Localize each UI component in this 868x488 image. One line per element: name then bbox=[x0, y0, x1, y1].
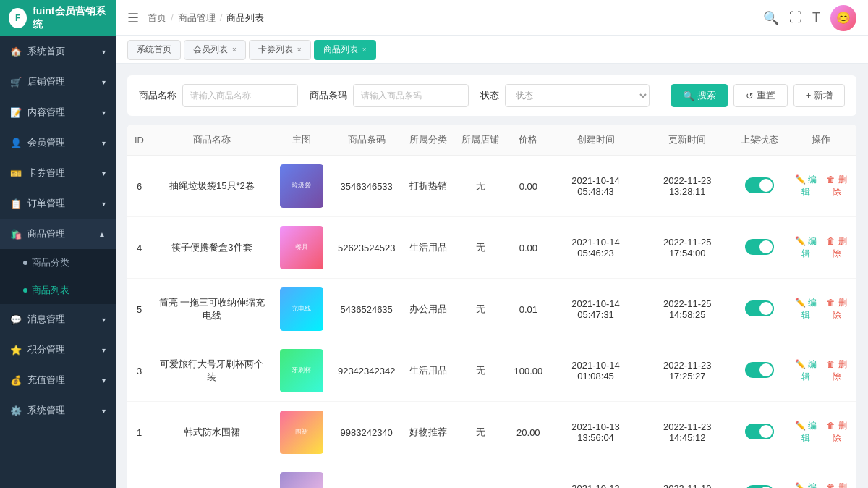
chevron-icon: ▾ bbox=[102, 407, 106, 415]
product-thumb-inner: 围裙 bbox=[280, 411, 323, 454]
chevron-icon: ▾ bbox=[102, 376, 106, 384]
sidebar-logo: F fuint会员营销系统 bbox=[0, 0, 116, 36]
sidebar-item-content[interactable]: 📝内容管理▾ bbox=[0, 97, 116, 127]
breadcrumb-sep-1: / bbox=[171, 12, 174, 23]
sidebar-item-points[interactable]: ⭐积分管理▾ bbox=[0, 335, 116, 365]
product-name-label: 商品名称 bbox=[139, 89, 176, 102]
cell-category: 好物推荐 bbox=[402, 402, 454, 463]
action-buttons: ✏️ 编辑 🗑 删除 bbox=[793, 235, 850, 260]
status-toggle[interactable] bbox=[745, 239, 774, 255]
status-toggle[interactable] bbox=[745, 424, 774, 439]
sidebar-item-system[interactable]: ⚙️系统管理▾ bbox=[0, 395, 116, 426]
tab-sys-home[interactable]: 系统首页 bbox=[127, 40, 181, 60]
menu-toggle-icon[interactable]: ☰ bbox=[127, 10, 139, 26]
delete-button[interactable]: 🗑 删除 bbox=[825, 481, 849, 488]
cell-shop: 无 bbox=[454, 402, 506, 463]
cell-shop: 无 bbox=[454, 340, 506, 402]
action-buttons: ✏️ 编辑 🗑 删除 bbox=[793, 297, 850, 321]
sidebar-item-order[interactable]: 📋订单管理▾ bbox=[0, 188, 116, 219]
sidebar-sub-item-product-category[interactable]: 商品分类 bbox=[0, 249, 116, 277]
product-code-input[interactable] bbox=[353, 84, 469, 107]
edit-button[interactable]: ✏️ 编辑 bbox=[793, 420, 820, 445]
sidebar-item-shop[interactable]: 🛒店铺管理▾ bbox=[0, 67, 116, 97]
status-toggle[interactable] bbox=[745, 300, 774, 316]
sidebar-item-coupon[interactable]: 🎫卡券管理▾ bbox=[0, 158, 116, 188]
avatar[interactable]: 😊 bbox=[830, 5, 856, 31]
breadcrumb: 首页 / 商品管理 / 商品列表 bbox=[148, 12, 264, 25]
font-icon[interactable]: T bbox=[812, 10, 820, 25]
fullscreen-icon[interactable]: ⛶ bbox=[789, 10, 802, 25]
edit-button[interactable]: ✏️ 编辑 bbox=[793, 235, 820, 260]
status-toggle[interactable] bbox=[745, 485, 774, 489]
sidebar-item-label: 系统管理 bbox=[27, 404, 65, 417]
delete-button[interactable]: 🗑 删除 bbox=[825, 297, 849, 321]
delete-button[interactable]: 🗑 删除 bbox=[825, 420, 849, 445]
col-header-价格: 价格 bbox=[506, 125, 550, 156]
col-header-商品条码: 商品条码 bbox=[331, 125, 403, 156]
edit-button[interactable]: ✏️ 编辑 bbox=[793, 358, 820, 383]
shop-icon: 🛒 bbox=[10, 77, 22, 88]
product-image: 充电线 bbox=[280, 287, 323, 331]
order-icon: 📋 bbox=[10, 198, 22, 209]
sidebar-item-member[interactable]: 👤会员管理▾ bbox=[0, 127, 116, 158]
sidebar-item-product[interactable]: 🛍️商品管理▲ bbox=[0, 219, 116, 249]
cell-status bbox=[733, 463, 786, 489]
search-icon[interactable]: 🔍 bbox=[763, 10, 779, 26]
sidebar-item-message[interactable]: 💬消息管理▾ bbox=[0, 304, 116, 335]
tab-close-icon[interactable]: × bbox=[297, 46, 302, 54]
edit-button[interactable]: ✏️ 编辑 bbox=[793, 174, 820, 198]
product-name-input[interactable] bbox=[182, 84, 298, 107]
cell-updated: 2022-11-25 14:58:25 bbox=[642, 279, 733, 340]
delete-button[interactable]: 🗑 删除 bbox=[825, 174, 849, 198]
reset-label: 重置 bbox=[757, 89, 775, 102]
product-thumb-inner: 垃圾袋 bbox=[280, 164, 323, 208]
tab-product-list[interactable]: 商品列表× bbox=[314, 40, 376, 60]
status-toggle[interactable] bbox=[745, 362, 774, 378]
chevron-icon: ▲ bbox=[98, 230, 106, 238]
delete-button[interactable]: 🗑 删除 bbox=[825, 235, 849, 260]
tab-close-icon[interactable]: × bbox=[362, 46, 367, 54]
sub-item-label: 商品分类 bbox=[32, 256, 69, 269]
cell-id: 3 bbox=[127, 340, 151, 402]
add-button[interactable]: + 新增 bbox=[793, 84, 845, 107]
cell-actions: ✏️ 编辑 🗑 删除 bbox=[786, 340, 857, 402]
cell-updated: 2022-11-19 21:51:16 bbox=[642, 463, 733, 489]
sub-dot-icon bbox=[23, 261, 27, 265]
cell-actions: ✏️ 编辑 🗑 删除 bbox=[786, 463, 857, 489]
edit-button[interactable]: ✏️ 编辑 bbox=[793, 297, 820, 321]
cell-name: 筷子便携餐盒3件套 bbox=[151, 217, 273, 279]
sidebar-item-recharge[interactable]: 💰充值管理▾ bbox=[0, 365, 116, 395]
cell-updated: 2022-11-23 13:28:11 bbox=[642, 156, 733, 217]
product-code-label: 商品条码 bbox=[310, 89, 347, 102]
tab-coupon-list[interactable]: 卡券列表× bbox=[249, 40, 311, 60]
tab-member-list[interactable]: 会员列表× bbox=[184, 40, 246, 60]
edit-button[interactable]: ✏️ 编辑 bbox=[793, 481, 820, 488]
cell-updated: 2022-11-23 17:25:27 bbox=[642, 340, 733, 402]
search-actions: 🔍 搜索 ↺ 重置 + 新增 bbox=[671, 84, 845, 107]
sidebar-item-home[interactable]: 🏠系统首页▾ bbox=[0, 36, 116, 67]
cell-thumb: 垃圾袋 bbox=[273, 156, 331, 217]
product-name-text: 可爱旅行大号牙刷杯两个装 bbox=[160, 358, 263, 382]
status-field: 状态 状态 bbox=[480, 84, 650, 107]
cell-updated: 2022-11-25 17:54:00 bbox=[642, 217, 733, 279]
col-header-ID: ID bbox=[127, 125, 151, 156]
status-select[interactable]: 状态 bbox=[505, 84, 650, 107]
breadcrumb-home[interactable]: 首页 bbox=[148, 12, 166, 25]
reset-button[interactable]: ↺ 重置 bbox=[733, 84, 788, 107]
delete-button[interactable]: 🗑 删除 bbox=[825, 358, 849, 383]
cell-barcode: 5436524635 bbox=[331, 279, 403, 340]
breadcrumb-product-mgmt[interactable]: 商品管理 bbox=[178, 12, 216, 25]
status-toggle[interactable] bbox=[745, 177, 774, 193]
cell-shop: 无 bbox=[454, 156, 506, 217]
product-icon: 🛍️ bbox=[10, 229, 22, 240]
cell-category: 生活用品 bbox=[402, 217, 454, 279]
cell-status bbox=[733, 279, 786, 340]
sidebar-sub-item-product-list[interactable]: 商品列表 bbox=[0, 277, 116, 304]
product-name-text: 筷子便携餐盒3件套 bbox=[171, 242, 252, 253]
table-row: 4筷子便携餐盒3件套餐具52623524523生活用品无0.002021-10-… bbox=[127, 217, 856, 279]
table-row: 5筒亮 一拖三可收纳伸缩充电线充电线5436524635办公用品无0.01202… bbox=[127, 279, 856, 340]
tab-close-icon[interactable]: × bbox=[232, 46, 237, 54]
product-thumb-inner: 牙刷杯 bbox=[280, 349, 323, 392]
cell-shop: 无 bbox=[454, 279, 506, 340]
search-button[interactable]: 🔍 搜索 bbox=[671, 84, 728, 107]
